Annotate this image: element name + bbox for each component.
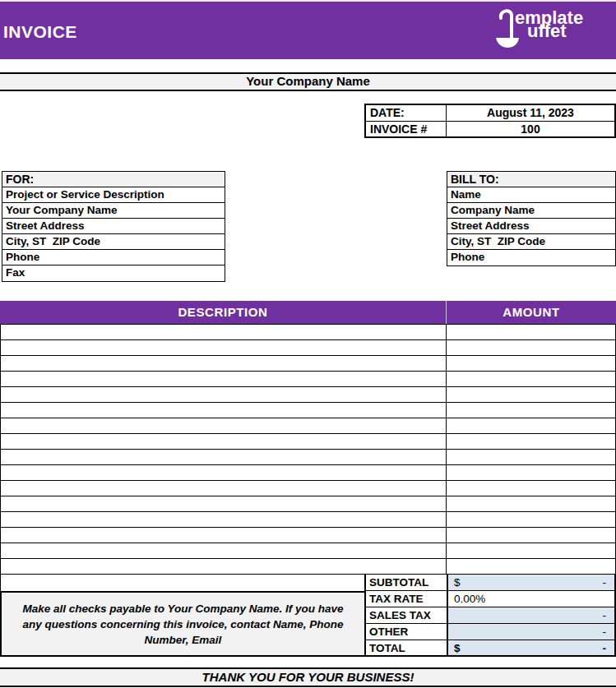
item-amount-cell: [447, 496, 615, 511]
bill-to-section-header: BILL TO:: [447, 172, 615, 187]
items-table-header: DESCRIPTION AMOUNT: [0, 301, 616, 324]
item-description-cell: [1, 325, 447, 339]
payment-note-text: Make all checks payable to Your Company …: [18, 601, 348, 648]
item-description-cell: [1, 403, 447, 418]
item-description-cell: [1, 372, 447, 386]
totals-section: Make all checks payable to Your Company …: [0, 575, 616, 657]
item-description-cell: [1, 512, 447, 527]
item-description-cell: [1, 434, 447, 449]
totals-values-column: $ - 0.00% - - $ -: [447, 575, 616, 657]
bill-to-section: BILL TO: NameCompany NameStreet AddressC…: [447, 171, 616, 266]
item-amount-cell: [447, 356, 615, 371]
company-name-bar: Your Company Name: [0, 72, 616, 91]
item-amount-cell: [447, 340, 615, 355]
for-section: FOR: Project or Service DescriptionYour …: [2, 171, 225, 282]
total-currency-symbol: $: [454, 640, 461, 655]
item-amount-cell: [447, 481, 615, 496]
item-description-cell: [1, 418, 447, 433]
item-amount-cell: [447, 418, 615, 433]
item-description-cell: [1, 450, 447, 464]
for-row: City, ST ZIP Code: [2, 234, 225, 250]
invoice-number-value: 100: [447, 122, 614, 136]
item-row: [1, 340, 615, 356]
item-description-cell: [1, 387, 447, 402]
item-amount-cell: [447, 387, 615, 402]
for-row: Phone: [2, 250, 225, 266]
for-row: Project or Service Description: [2, 187, 225, 203]
item-row: [1, 434, 615, 450]
item-description-cell: [1, 528, 447, 543]
other-value-cell: -: [448, 624, 614, 640]
item-amount-cell: [447, 465, 615, 480]
item-row: [1, 450, 615, 465]
item-row: [1, 465, 615, 481]
sales-tax-label: SALES TAX: [366, 607, 447, 624]
item-amount-cell: [447, 528, 615, 543]
other-amount: -: [603, 624, 607, 640]
item-amount-cell: [447, 403, 615, 418]
item-amount-cell: [447, 559, 615, 574]
item-row: [1, 356, 615, 372]
bill-to-row: Name: [447, 187, 615, 203]
invoice-meta-table: DATE: August 11, 2023 INVOICE # 100: [364, 104, 616, 138]
template-buffet-logo: emplate uffet: [494, 7, 609, 55]
for-row: Your Company Name: [2, 203, 225, 219]
item-row: [1, 496, 615, 512]
item-amount-cell: [447, 450, 615, 464]
subtotal-currency-symbol: $: [454, 575, 461, 590]
total-label: TOTAL: [366, 640, 447, 657]
subtotal-label: SUBTOTAL: [366, 575, 447, 591]
page-title: INVOICE: [3, 22, 77, 42]
item-row: [1, 372, 615, 387]
item-amount-cell: [447, 434, 615, 449]
invoice-sheet: INVOICE emplate uffet Your Company Name …: [0, 0, 616, 688]
item-description-cell: [1, 340, 447, 355]
for-row: Fax: [2, 266, 225, 281]
item-amount-cell: [447, 543, 615, 558]
tax-rate-value-cell: 0.00%: [448, 591, 614, 607]
logo-text: emplate uffet: [515, 10, 583, 39]
item-description-cell: [1, 465, 447, 480]
item-row: [1, 387, 615, 403]
bill-to-row: Company Name: [447, 203, 615, 219]
item-row: [1, 528, 615, 543]
item-description-cell: [1, 559, 447, 574]
invoice-number-label: INVOICE #: [366, 122, 447, 136]
item-description-cell: [1, 356, 447, 371]
other-label: OTHER: [366, 624, 447, 640]
invoice-number-row: INVOICE # 100: [366, 121, 614, 136]
spacer-cell: [0, 575, 366, 591]
bill-to-row: City, ST ZIP Code: [447, 234, 615, 250]
for-row: Street Address: [2, 219, 225, 234]
tax-rate-label: TAX RATE: [366, 591, 447, 607]
date-value: August 11, 2023: [447, 105, 614, 121]
item-description-cell: [1, 543, 447, 558]
item-description-cell: [1, 481, 447, 496]
item-description-cell: [1, 496, 447, 511]
sales-tax-amount: -: [603, 607, 607, 623]
item-row: [1, 403, 615, 418]
total-amount: -: [603, 640, 607, 655]
item-row: [1, 512, 615, 528]
item-amount-cell: [447, 372, 615, 386]
items-table-body: [0, 324, 616, 575]
item-row: [1, 559, 615, 575]
subtotal-value-cell: $ -: [448, 575, 614, 591]
header-banner: INVOICE emplate uffet: [0, 2, 616, 59]
item-row: [1, 418, 615, 434]
item-amount-cell: [447, 325, 615, 339]
item-row: [1, 543, 615, 559]
amount-column-header: AMOUNT: [447, 301, 616, 324]
description-column-header: DESCRIPTION: [0, 301, 447, 324]
date-row: DATE: August 11, 2023: [366, 105, 614, 121]
item-row: [1, 481, 615, 496]
payment-note: Make all checks payable to Your Company …: [0, 591, 366, 657]
subtotal-amount: -: [603, 575, 607, 590]
sales-tax-value-cell: -: [448, 607, 614, 624]
totals-labels-column: SUBTOTAL TAX RATE SALES TAX OTHER TOTAL: [366, 575, 447, 657]
for-section-header: FOR:: [2, 172, 225, 187]
item-amount-cell: [447, 512, 615, 527]
total-value-cell: $ -: [448, 640, 614, 657]
bill-to-row: Phone: [447, 250, 615, 266]
tax-rate-value: 0.00%: [454, 591, 485, 607]
